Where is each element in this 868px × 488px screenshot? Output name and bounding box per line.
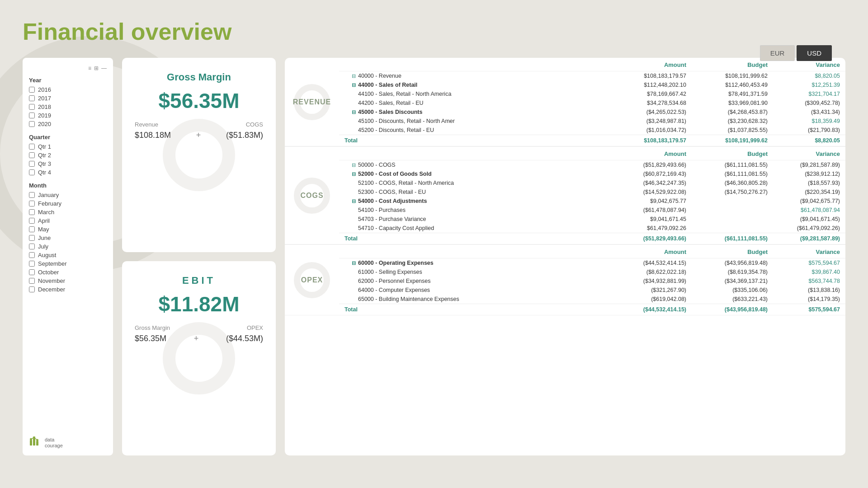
year-2018-checkbox[interactable] — [29, 104, 35, 110]
row-budget: ($14,750,276.27) — [686, 189, 768, 195]
year-2020[interactable]: 2020 — [29, 121, 107, 127]
row-variance: $12,251.39 — [768, 82, 840, 88]
row-budget: ($1,037,825.55) — [686, 127, 768, 133]
month-sep[interactable]: September — [29, 260, 107, 267]
year-2016[interactable]: 2016 — [29, 86, 107, 93]
cogs-section: COGS Amount Budget Variance ⊟50000 - COG… — [285, 147, 845, 245]
year-2020-checkbox[interactable] — [29, 121, 35, 127]
cogs-section-label: COGS — [285, 147, 339, 244]
year-2019[interactable]: 2019 — [29, 112, 107, 119]
row-budget: $78,491,371.59 — [686, 91, 768, 97]
year-2019-checkbox[interactable] — [29, 113, 35, 118]
gross-margin-value: $56.35M — [135, 89, 263, 113]
month-feb[interactable]: February — [29, 200, 107, 207]
revenue-label: REVENUE — [293, 98, 331, 106]
close-icon[interactable]: — — [101, 65, 107, 71]
table-row: 64000 - Computer Expenses ($321,267.90) … — [339, 286, 845, 295]
grid-icon[interactable]: ⊞ — [94, 65, 99, 71]
year-2017-checkbox[interactable] — [29, 95, 35, 101]
row-budget — [686, 225, 768, 231]
month-mar[interactable]: March — [29, 209, 107, 216]
expand-icon[interactable]: ⊟ — [352, 162, 356, 168]
month-jul[interactable]: July — [29, 243, 107, 250]
row-budget — [686, 207, 768, 213]
row-label: 65000 - Building Maintenance Expenses — [344, 296, 605, 302]
qtr2[interactable]: Qtr 2 — [29, 152, 107, 159]
month-filter-section: Month January February March April May J… — [29, 182, 107, 293]
row-amount: $78,169,667.42 — [605, 91, 686, 97]
row-variance: $575,594.67 — [768, 260, 840, 266]
page-title: Financial overview — [23, 18, 845, 45]
usd-button[interactable]: USD — [797, 45, 832, 61]
expand-icon[interactable]: ⊟ — [352, 109, 356, 115]
row-label: 62000 - Personnel Expenses — [344, 278, 605, 284]
cogs-col-headers: Amount Budget Variance — [339, 147, 845, 160]
year-2017[interactable]: 2017 — [29, 95, 107, 102]
row-amount: ($61,478,087.94) — [605, 207, 686, 213]
month-jan[interactable]: January — [29, 192, 107, 198]
expand-icon[interactable]: ⊟ — [352, 82, 356, 88]
eur-button[interactable]: EUR — [760, 45, 795, 61]
revenue-total-row: Total $108,183,179.57 $108,191,999.62 $8… — [339, 135, 845, 146]
cogs-total-amount: ($51,829,493.66) — [605, 235, 686, 242]
month-apr[interactable]: April — [29, 217, 107, 224]
row-amount: $9,042,675.77 — [605, 198, 686, 204]
revenue-data: Amount Budget Variance ⊟40000 - Revenue … — [339, 58, 845, 146]
month-jun[interactable]: June — [29, 235, 107, 241]
opex-section: OPEX Amount Budget Variance ⊟60000 - Ope… — [285, 245, 845, 315]
row-label: 45100 - Discounts, Retail - North Amer — [344, 118, 605, 124]
row-amount: $34,278,534.68 — [605, 100, 686, 106]
qtr4-checkbox[interactable] — [29, 169, 35, 175]
year-2018[interactable]: 2018 — [29, 103, 107, 110]
cogs-header-row: COGS Amount Budget Variance ⊟50000 - COG… — [285, 147, 845, 244]
qtr3-checkbox[interactable] — [29, 161, 35, 167]
qtr4[interactable]: Qtr 4 — [29, 169, 107, 176]
ebit-watermark — [163, 322, 235, 394]
qtr3[interactable]: Qtr 3 — [29, 160, 107, 167]
table-row: 65000 - Building Maintenance Expenses ($… — [339, 295, 845, 304]
revenue-col-variance: Variance — [768, 61, 840, 68]
qtr1-checkbox[interactable] — [29, 144, 35, 150]
kpi-column: Gross Margin $56.35M Revenue COGS $108.1… — [122, 58, 276, 455]
month-may[interactable]: May — [29, 226, 107, 233]
month-nov[interactable]: November — [29, 277, 107, 284]
qtr2-checkbox[interactable] — [29, 152, 35, 158]
gross-margin-breakdown-labels: Revenue COGS — [135, 121, 263, 128]
filter-icon[interactable]: ≡ — [88, 65, 91, 71]
row-label: 52300 - COGS, Retail - EU — [344, 189, 605, 195]
row-variance: $61,478,087.94 — [768, 207, 840, 213]
revenue-col-empty — [344, 61, 605, 68]
ebit-sub-values: $56.35M + ($44.53M) — [135, 334, 263, 343]
expand-icon[interactable]: ⊟ — [352, 198, 356, 204]
expand-icon[interactable]: ⊟ — [352, 73, 356, 79]
month-oct[interactable]: October — [29, 269, 107, 276]
opex-data: Amount Budget Variance ⊟60000 - Operatin… — [339, 245, 845, 315]
month-dec[interactable]: December — [29, 286, 107, 293]
table-row: ⊟50000 - COGS ($51,829,493.66) ($61,111,… — [339, 160, 845, 169]
row-variance: ($309,452.78) — [768, 100, 840, 106]
cogs-col-budget: Budget — [686, 150, 768, 157]
expand-icon[interactable]: ⊟ — [352, 171, 356, 177]
year-2016-checkbox[interactable] — [29, 87, 35, 93]
row-budget: ($43,956,819.48) — [686, 260, 768, 266]
row-variance: ($9,042,675.77) — [768, 198, 840, 204]
revenue-section-label: REVENUE — [285, 58, 339, 146]
ebit-plus: + — [194, 334, 199, 343]
row-amount: ($44,532,414.15) — [605, 260, 686, 266]
revenue-label: Revenue — [135, 121, 158, 128]
row-variance: $563,744.78 — [768, 278, 840, 284]
row-budget: ($633,221.43) — [686, 296, 768, 302]
row-amount: $9,041,671.45 — [605, 216, 686, 222]
opex-total-row: Total ($44,532,414.15) ($43,956,819.48) … — [339, 304, 845, 315]
row-budget: $108,191,999.62 — [686, 73, 768, 79]
revenue-total-budget: $108,191,999.62 — [686, 137, 768, 144]
ebit-gross-margin-label: Gross Margin — [135, 324, 170, 331]
month-aug[interactable]: August — [29, 252, 107, 258]
qtr1[interactable]: Qtr 1 — [29, 143, 107, 150]
table-row: ⊟44000 - Sales of Retail $112,448,202.10… — [339, 80, 845, 89]
gross-margin-card: Gross Margin $56.35M Revenue COGS $108.1… — [122, 58, 276, 252]
expand-icon[interactable]: ⊟ — [352, 260, 356, 266]
gross-margin-plus: + — [196, 131, 201, 140]
row-amount: ($1,016,034.72) — [605, 127, 686, 133]
row-amount: ($34,932,881.99) — [605, 278, 686, 284]
